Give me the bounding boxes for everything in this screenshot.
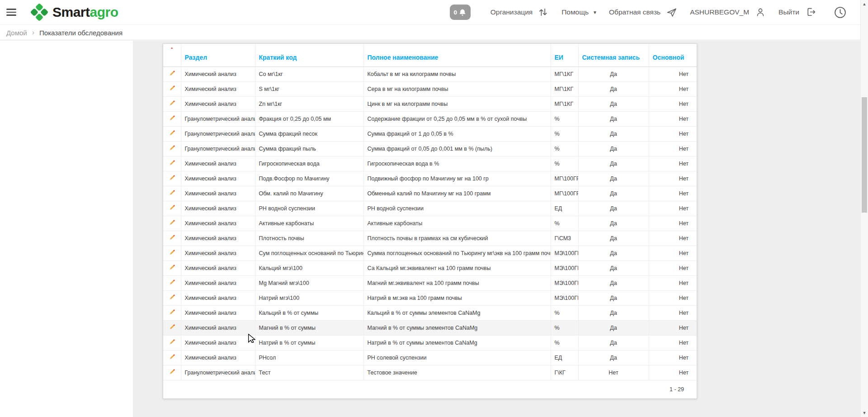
cell-system: Да xyxy=(578,261,649,275)
edit-row-button[interactable] xyxy=(163,261,181,275)
edit-row-button[interactable] xyxy=(163,156,181,171)
cell-code: Тест xyxy=(255,365,363,380)
edit-pencil-icon[interactable] xyxy=(169,115,175,122)
column-header-main[interactable]: Основной xyxy=(649,44,697,66)
edit-row-button[interactable] xyxy=(163,126,181,141)
edit-pencil-icon[interactable] xyxy=(169,85,175,92)
table-row[interactable]: Химический анализРНсолРН солевой суспенз… xyxy=(163,350,697,365)
edit-pencil-icon[interactable] xyxy=(169,100,175,107)
cell-system: Да xyxy=(578,81,649,96)
cell-name: Натрий в мг.экв на 100 грамм почвы xyxy=(363,290,551,305)
cell-unit: % xyxy=(551,156,578,171)
table-row[interactable]: Гранулометрический анализФракция от 0,25… xyxy=(163,111,697,126)
cell-name: Са Кальций мг.эквивалент на 100 грамм по… xyxy=(363,261,551,275)
edit-pencil-icon[interactable] xyxy=(169,204,175,211)
edit-row-button[interactable] xyxy=(163,216,181,231)
cell-code: S мг\1кг xyxy=(255,81,363,96)
column-header-system[interactable]: Системная запись xyxy=(578,44,649,66)
table-row[interactable]: Гранулометрический анализСумма фракций п… xyxy=(163,126,697,141)
edit-row-button[interactable] xyxy=(163,246,181,261)
table-row[interactable]: Химический анализКальций в % от суммыКал… xyxy=(163,305,697,320)
scroll-down-arrow-icon[interactable]: ▼ xyxy=(861,409,868,417)
table-row[interactable]: Химический анализРН водной суспензииРН в… xyxy=(163,201,697,216)
history-clock-button[interactable] xyxy=(833,5,847,19)
table-row[interactable]: Химический анализОбм. калий по МачигинуО… xyxy=(163,186,697,201)
table-row[interactable]: Химический анализКальций мгэ\100Са Кальц… xyxy=(163,261,697,275)
edit-pencil-icon[interactable] xyxy=(169,249,175,256)
edit-row-button[interactable] xyxy=(163,201,181,216)
table-row[interactable]: Химический анализМагний в % от суммыМагн… xyxy=(163,320,697,335)
cell-name: Цинк в мг на килограмм почвы xyxy=(363,96,551,111)
app-logo[interactable]: Smartagro xyxy=(29,2,118,23)
cell-main: Нет xyxy=(649,186,697,201)
cell-name: Натрий в % от суммы элементов CaNaMg xyxy=(363,335,551,350)
edit-row-button[interactable] xyxy=(163,350,181,365)
edit-row-button[interactable] xyxy=(163,231,181,246)
column-header-section[interactable]: Раздел xyxy=(181,44,255,66)
cell-section: Химический анализ xyxy=(181,290,255,305)
cell-system: Да xyxy=(578,186,649,201)
edit-row-button[interactable] xyxy=(163,335,181,350)
edit-pencil-icon[interactable] xyxy=(169,70,175,77)
edit-row-button[interactable] xyxy=(163,186,181,201)
edit-pencil-icon[interactable] xyxy=(169,324,175,331)
table-row[interactable]: Химический анализS мг\1кгСера в мг на ки… xyxy=(163,81,697,96)
edit-pencil-icon[interactable] xyxy=(169,190,175,196)
edit-pencil-icon[interactable] xyxy=(169,145,175,152)
edit-pencil-icon[interactable] xyxy=(169,354,175,360)
table-row[interactable]: Химический анализАктивные карбонатыАктив… xyxy=(163,216,697,231)
table-row[interactable]: Химический анализПлотность почвыПлотност… xyxy=(163,231,697,246)
edit-row-button[interactable] xyxy=(163,305,181,320)
table-row[interactable]: Химический анализСум поглощенных основан… xyxy=(163,246,697,261)
edit-pencil-icon[interactable] xyxy=(169,234,175,241)
edit-pencil-icon[interactable] xyxy=(169,309,175,316)
table-body: Химический анализСо мг\1кгКобальт в мг н… xyxy=(163,66,697,380)
scroll-up-arrow-icon[interactable]: ▲ xyxy=(861,0,868,8)
table-row[interactable]: Гранулометрический анализСумма фракций п… xyxy=(163,141,697,156)
edit-pencil-icon[interactable] xyxy=(169,130,175,137)
edit-row-button[interactable] xyxy=(163,171,181,186)
column-header-unit[interactable]: ЕИ xyxy=(551,44,578,66)
table-row[interactable]: Химический анализНатрий в % от суммыНатр… xyxy=(163,335,697,350)
table-row[interactable]: Химический анализНатрий мгэ\100Натрий в … xyxy=(163,290,697,305)
edit-row-button[interactable] xyxy=(163,141,181,156)
edit-pencil-icon[interactable] xyxy=(169,369,175,375)
cell-code: Mg Магний мгэ\100 xyxy=(255,275,363,290)
breadcrumb-home-link[interactable]: Домой xyxy=(6,29,27,37)
edit-pencil-icon[interactable] xyxy=(169,279,175,286)
edit-pencil-icon[interactable] xyxy=(169,175,175,181)
organization-menu[interactable]: Организация xyxy=(491,6,549,18)
user-menu[interactable]: ASHURBEGOV_M xyxy=(690,7,766,18)
edit-pencil-icon[interactable] xyxy=(169,294,175,301)
edit-row-button[interactable] xyxy=(163,290,181,305)
notifications-button[interactable]: 0 xyxy=(450,5,471,20)
column-header-fullname[interactable]: Полное наименование xyxy=(363,44,551,66)
edit-row-button[interactable] xyxy=(163,81,181,96)
vertical-scrollbar[interactable]: ▲ ▼ xyxy=(860,0,868,417)
column-header-code[interactable]: Краткий код xyxy=(255,44,363,66)
table-row[interactable]: Химический анализMg Магний мгэ\100Магний… xyxy=(163,275,697,290)
edit-row-button[interactable] xyxy=(163,275,181,290)
edit-pencil-icon[interactable] xyxy=(169,339,175,346)
edit-column-header[interactable]: ▲ xyxy=(163,44,181,66)
scrollbar-thumb[interactable] xyxy=(862,97,867,213)
table-row[interactable]: Химический анализПодв.Фосфор по Мачигину… xyxy=(163,171,697,186)
edit-row-button[interactable] xyxy=(163,66,181,81)
feedback-button[interactable]: Обратная связь xyxy=(609,7,677,18)
edit-row-button[interactable] xyxy=(163,96,181,111)
logout-button[interactable]: Выйти xyxy=(778,6,817,18)
cell-section: Гранулометрический анализ xyxy=(181,111,255,126)
hamburger-menu-icon[interactable] xyxy=(6,9,17,16)
edit-pencil-icon[interactable] xyxy=(169,219,175,226)
edit-row-button[interactable] xyxy=(163,365,181,380)
table-row[interactable]: Химический анализZn мг\1кгЦинк в мг на к… xyxy=(163,96,697,111)
edit-pencil-icon[interactable] xyxy=(169,160,175,166)
edit-pencil-icon[interactable] xyxy=(169,264,175,271)
table-row[interactable]: Химический анализСо мг\1кгКобальт в мг н… xyxy=(163,66,697,81)
edit-row-button[interactable] xyxy=(163,320,181,335)
cell-main: Нет xyxy=(649,141,697,156)
table-row[interactable]: Химический анализГигроскопическая водаГи… xyxy=(163,156,697,171)
help-menu[interactable]: Помощь ▼ xyxy=(561,8,597,16)
edit-row-button[interactable] xyxy=(163,111,181,126)
table-row[interactable]: Гранулометрический анализТестТестовое зн… xyxy=(163,365,697,380)
